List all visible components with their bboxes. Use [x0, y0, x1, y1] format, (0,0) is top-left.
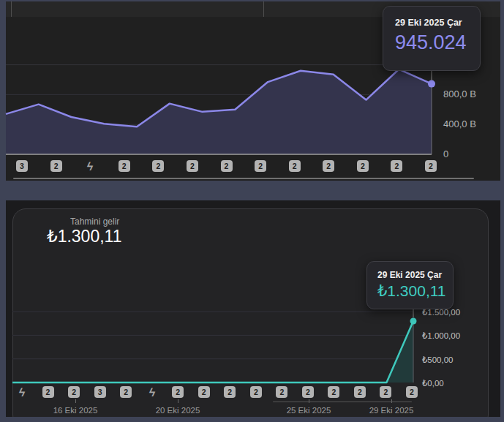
post-count-badge[interactable]: 2 — [289, 160, 301, 172]
revenue-tooltip: 29 Eki 2025 Çar ₺1.300,11 — [366, 261, 454, 309]
y-axis-label: 400,0 B — [443, 118, 476, 129]
x-axis-label: 25 Eki 2025 — [287, 406, 331, 415]
post-count-badge[interactable]: 2 — [391, 160, 402, 172]
post-count-badge[interactable]: 2 — [187, 160, 198, 172]
axis-line-segment — [273, 402, 412, 402]
post-count-badge[interactable]: 2 — [221, 160, 233, 172]
x-axis-label: 16 Eki 2025 — [53, 406, 98, 415]
tooltip-value: ₺1.300,11 — [377, 282, 443, 300]
post-count-badge[interactable]: 2 — [425, 160, 437, 172]
post-count-badge[interactable]: 2 — [120, 386, 132, 398]
revenue-line-chart[interactable] — [12, 304, 414, 386]
post-count-badge[interactable]: 2 — [198, 386, 210, 398]
y-axis-label: 0 — [443, 148, 448, 159]
post-count-badge[interactable]: 2 — [224, 386, 236, 398]
post-count-badge[interactable]: 2 — [302, 386, 314, 398]
x-axis-label: 29 Eki 2025 — [369, 406, 414, 415]
tooltip-value: 945.024 — [395, 31, 468, 54]
x-axis-label: 20 Eki 2025 — [156, 406, 200, 415]
shorts-icon[interactable]: ϟ — [145, 386, 159, 399]
post-count-badge[interactable]: 3 — [94, 386, 106, 398]
y-axis-label: ₺0,00 — [422, 378, 444, 388]
post-count-badge[interactable]: 2 — [152, 160, 164, 172]
post-count-badge[interactable]: 2 — [172, 386, 184, 398]
post-count-badge[interactable]: 2 — [276, 386, 287, 398]
y-axis-label: 800,0 B — [443, 88, 476, 99]
post-count-badge[interactable]: 2 — [406, 386, 418, 398]
column-divider — [11, 1, 12, 17]
post-count-badge[interactable]: 3 — [16, 160, 28, 172]
metric-value: ₺1.300,11 — [47, 227, 121, 246]
panel-gap — [0, 181, 504, 200]
post-count-badge[interactable]: 2 — [380, 386, 391, 398]
post-count-badge[interactable]: 2 — [42, 386, 54, 398]
x-axis-tick — [75, 399, 76, 403]
y-axis-label: ₺500,00 — [422, 355, 454, 365]
x-axis-tick — [178, 399, 178, 403]
post-count-badge[interactable]: 2 — [119, 160, 130, 172]
tooltip-date: 29 Eki 2025 Çar — [377, 270, 443, 280]
post-count-badge[interactable]: 2 — [68, 386, 80, 398]
frame-edge — [0, 418, 504, 422]
chart-scrollbar[interactable] — [13, 178, 474, 179]
views-tooltip: 29 Eki 2025 Çar 945.024 — [383, 6, 481, 71]
views-end-point[interactable] — [428, 80, 435, 88]
metric-label: Tahmini gelir — [70, 216, 119, 227]
post-count-badge[interactable]: 2 — [357, 160, 369, 172]
analytics-screen: 800,0 B400,0 B0 32ϟ2222222222 29 Eki 202… — [0, 0, 504, 422]
revenue-end-point[interactable] — [410, 318, 417, 325]
post-count-badge[interactable]: 2 — [328, 386, 339, 398]
post-count-badge[interactable]: 2 — [255, 160, 266, 172]
views-line-chart[interactable] — [6, 59, 432, 157]
post-count-badge[interactable]: 2 — [50, 160, 62, 172]
column-divider — [263, 1, 264, 17]
post-count-badge[interactable]: 2 — [250, 386, 262, 398]
shorts-icon[interactable]: ϟ — [83, 160, 97, 173]
post-count-badge[interactable]: 2 — [354, 386, 366, 398]
post-count-badge[interactable]: 2 — [323, 160, 334, 172]
y-axis-label: ₺1.000,00 — [422, 331, 460, 341]
shorts-icon[interactable]: ϟ — [15, 386, 29, 399]
tooltip-date: 29 Eki 2025 Çar — [395, 18, 468, 28]
